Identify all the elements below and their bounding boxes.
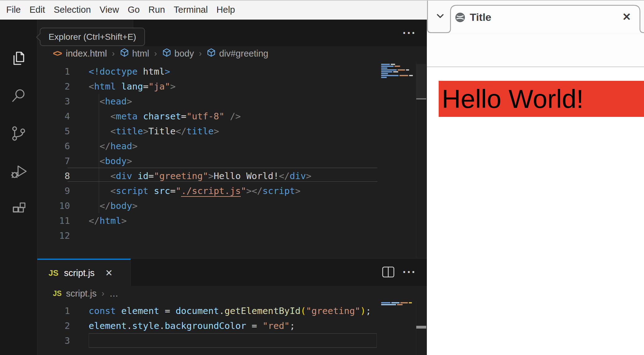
breadcrumb-separator: ›: [111, 49, 115, 58]
code-line-10[interactable]: 10 </body>: [37, 198, 427, 213]
explorer-icon[interactable]: [9, 49, 28, 68]
breadcrumb-more[interactable]: …: [109, 288, 118, 299]
line-number: 1: [37, 66, 70, 77]
line-number: 1: [37, 306, 70, 316]
code-text: <title>Title</title>: [89, 126, 219, 136]
code-text: <body>: [89, 156, 132, 166]
scrollbar-slider[interactable]: [416, 326, 426, 329]
more-actions-icon[interactable]: ···: [403, 266, 416, 278]
editor-tab-bar-bottom: JS script.js ✕ ···: [37, 259, 427, 286]
breadcrumb-segment[interactable]: div#greeting: [207, 48, 268, 59]
minimap-row: [381, 67, 415, 69]
code-line-2[interactable]: 2<html lang="ja">: [37, 79, 427, 94]
symbol-cube-icon: [162, 48, 171, 59]
code-text: element.style.backgroundColor = "red";: [89, 320, 295, 331]
menu-item-help[interactable]: Help: [212, 5, 240, 15]
minimap-row: [381, 77, 415, 78]
code-line-12[interactable]: 12: [37, 228, 427, 243]
activity-bar: [0, 20, 37, 355]
breadcrumb-file[interactable]: index.html: [66, 48, 107, 59]
minimap-row: [381, 73, 415, 74]
extensions-icon[interactable]: [9, 199, 28, 218]
line-number: 8: [37, 171, 70, 181]
current-line-highlight: [89, 333, 377, 348]
scrollbar-slider[interactable]: [416, 64, 426, 99]
symbol-cube-icon: [120, 48, 129, 59]
menu-item-view[interactable]: View: [95, 5, 123, 15]
symbol-cube-icon: [207, 48, 216, 59]
menu-item-terminal[interactable]: Terminal: [169, 5, 212, 15]
code-line-4[interactable]: 4 <meta charset="utf-8" />: [37, 109, 427, 124]
line-number: 3: [37, 335, 70, 346]
vscode-window: FileEditSelectionViewGoRunTerminalHelp: [0, 0, 427, 355]
line-number: 7: [37, 156, 70, 166]
code-text: </html>: [89, 215, 127, 226]
code-editor-html[interactable]: 1<!doctype html>2<html lang="ja">3 <head…: [37, 64, 427, 243]
menu-item-go[interactable]: Go: [123, 5, 144, 15]
line-number: 2: [37, 81, 70, 92]
minimap-row: [381, 71, 415, 72]
globe-favicon: [455, 12, 465, 23]
minimap-row: [381, 66, 415, 67]
menu-item-run[interactable]: Run: [144, 5, 169, 15]
code-text: </head>: [89, 141, 138, 151]
browser-toolbar: ファイル /home/u: [427, 34, 644, 67]
line-number: 5: [37, 126, 70, 136]
editor-tab-script-js[interactable]: JS script.js ✕: [37, 259, 131, 286]
menu-item-file[interactable]: File: [2, 5, 25, 15]
breadcrumb-segment[interactable]: body: [162, 48, 194, 59]
browser-tab-title[interactable]: Title: [470, 11, 491, 23]
more-actions-icon[interactable]: ···: [403, 27, 416, 39]
tooltip-text: Explorer (Ctrl+Shift+E): [49, 32, 136, 42]
code-line-5[interactable]: 5 <title>Title</title>: [37, 124, 427, 139]
line-number: 4: [37, 111, 70, 122]
breadcrumb-file[interactable]: script.js: [66, 288, 96, 299]
code-line-2[interactable]: 2element.style.backgroundColor = "red";: [37, 318, 427, 333]
minimap[interactable]: [381, 302, 415, 306]
line-number: 3: [37, 96, 70, 107]
code-line-6[interactable]: 6 </head>: [37, 139, 427, 154]
code-text: <meta charset="utf-8" />: [89, 111, 241, 122]
greeting-div: Hello World!: [439, 81, 644, 117]
breadcrumb: JS script.js › …: [37, 286, 427, 301]
menu-bar: FileEditSelectionViewGoRunTerminalHelp: [0, 0, 427, 20]
menu-item-edit[interactable]: Edit: [25, 5, 49, 15]
browser-tab-strip: Title ✕: [427, 0, 644, 34]
greeting-text: Hello World!: [439, 86, 584, 112]
code-line-3[interactable]: 3 <head>: [37, 94, 427, 109]
tab-search-chevron-icon[interactable]: [434, 10, 446, 22]
code-line-9[interactable]: 9 <script src="./script.js"></script>: [37, 183, 427, 198]
breadcrumb: <> index.html ›html›body›div#greeting: [37, 46, 427, 61]
browser-content: Hello World!: [427, 67, 644, 355]
code-text: <!doctype html>: [89, 66, 170, 77]
code-text: <html lang="ja">: [89, 81, 175, 92]
tab-label: script.js: [64, 268, 95, 278]
current-line-highlight: [68, 168, 377, 182]
breadcrumb-segment[interactable]: html: [120, 48, 149, 59]
close-icon[interactable]: ✕: [105, 268, 113, 278]
code-line-11[interactable]: 11</html>: [37, 213, 427, 228]
code-line-1[interactable]: 1<!doctype html>: [37, 64, 427, 79]
js-file-icon: JS: [53, 289, 62, 298]
line-number: 11: [37, 215, 70, 226]
line-number: 12: [37, 230, 70, 241]
close-icon[interactable]: ✕: [622, 11, 631, 23]
split-editor-icon[interactable]: [382, 266, 394, 278]
code-line-7[interactable]: 7 <body>: [37, 154, 427, 168]
minimap[interactable]: [381, 64, 415, 79]
html-file-icon: <>: [53, 49, 62, 58]
minimap-row: [381, 64, 415, 65]
run-and-debug-icon[interactable]: [9, 162, 28, 181]
code-text: <script src="./script.js"></script>: [89, 186, 301, 196]
screen: FileEditSelectionViewGoRunTerminalHelp: [0, 0, 644, 355]
menu-item-selection[interactable]: Selection: [49, 5, 95, 15]
js-file-icon: JS: [49, 268, 58, 278]
search-icon[interactable]: [9, 86, 28, 105]
minimap-row: [381, 69, 415, 71]
minimap-row: [381, 304, 415, 305]
breadcrumb-separator: ›: [198, 49, 202, 58]
breadcrumb-separator: ›: [154, 49, 158, 58]
source-control-icon[interactable]: [9, 124, 28, 143]
line-number: 2: [37, 320, 70, 331]
code-line-1[interactable]: 1const element = document.getElementById…: [37, 303, 427, 318]
